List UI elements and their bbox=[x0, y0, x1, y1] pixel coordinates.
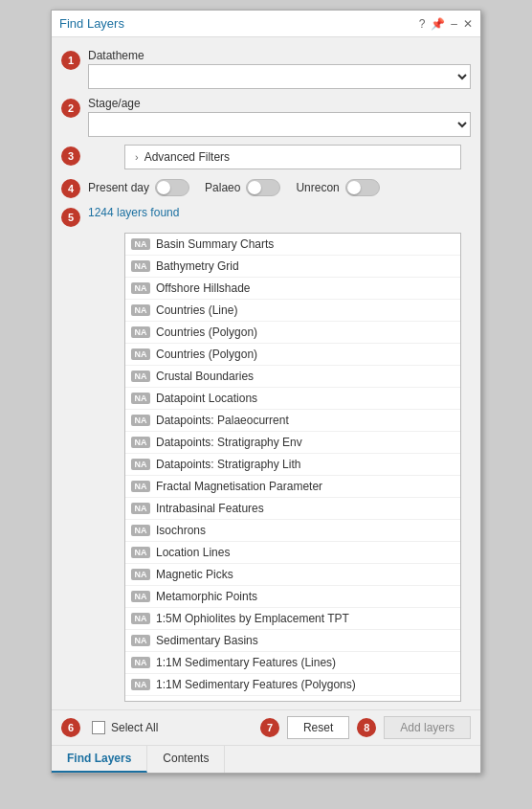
select-all-checkbox[interactable] bbox=[92, 721, 105, 734]
list-item-text: Datapoint Locations bbox=[156, 392, 257, 405]
list-item[interactable]: NAMetamorphic Points bbox=[125, 586, 460, 608]
list-item-text: 1:1M Sedimentary Features (Polygons) bbox=[156, 678, 356, 691]
na-badge: NA bbox=[131, 679, 150, 690]
datatheme-field-col: Datatheme bbox=[88, 49, 471, 89]
panel-title: Find Layers bbox=[59, 16, 124, 31]
layers-list[interactable]: NABasin Summary ChartsNABathymetry GridN… bbox=[124, 233, 461, 702]
list-item[interactable]: NACountries (Polygon) bbox=[125, 344, 460, 366]
na-badge: NA bbox=[131, 415, 150, 426]
step2-badge-col: 2 bbox=[61, 97, 80, 118]
list-item[interactable]: NA1:5M Ophiolites by Emplacement TPT bbox=[125, 608, 460, 630]
list-item[interactable]: NA1:1M Sedimentary Features (Lines) bbox=[125, 652, 460, 674]
stage-age-section: 2 Stage/age bbox=[52, 93, 480, 141]
datatheme-select[interactable] bbox=[88, 64, 471, 89]
list-item[interactable]: NAIsochrons bbox=[125, 520, 460, 542]
unrecon-toggle[interactable] bbox=[345, 179, 380, 196]
present-day-label: Present day bbox=[88, 181, 149, 194]
na-badge: NA bbox=[131, 393, 150, 404]
step5-badge-col: 5 bbox=[61, 206, 80, 227]
list-item-text: Sedimentary Basins bbox=[156, 634, 258, 647]
palaeo-label: Palaeo bbox=[205, 181, 240, 194]
na-badge: NA bbox=[131, 238, 150, 250]
list-item[interactable]: NAIntrabasinal Features bbox=[125, 498, 460, 520]
title-bar-controls: ? 📌 – ✕ bbox=[419, 17, 473, 31]
tab-bar: Find Layers Contents bbox=[52, 745, 480, 773]
help-icon[interactable]: ? bbox=[419, 17, 426, 31]
list-item[interactable]: NAOffshore Hillshade bbox=[125, 278, 460, 300]
reset-button[interactable]: Reset bbox=[287, 716, 349, 739]
bottom-bar: 6 Select All 7 Reset 8 Add layers bbox=[52, 709, 480, 745]
na-badge: NA bbox=[131, 657, 150, 668]
list-item[interactable]: NABasin Summary Charts bbox=[125, 234, 460, 256]
list-item[interactable]: NASedimentary Basins bbox=[125, 630, 460, 652]
title-bar: Find Layers ? 📌 – ✕ bbox=[52, 11, 480, 37]
list-item[interactable]: NACountries (Line) bbox=[125, 300, 460, 322]
list-item[interactable]: NADatapoints: Stratigraphy Env bbox=[125, 432, 460, 454]
na-badge: NA bbox=[131, 304, 150, 316]
layers-count: 1244 layers found bbox=[88, 206, 471, 219]
select-all-label: Select All bbox=[111, 721, 158, 734]
list-item-text: Offshore Hillshade bbox=[156, 281, 251, 295]
na-badge: NA bbox=[131, 282, 150, 294]
tab-find-layers[interactable]: Find Layers bbox=[52, 746, 147, 773]
list-item[interactable]: NAMagnetic Picks bbox=[125, 564, 460, 586]
palaeo-toggle[interactable] bbox=[246, 179, 280, 196]
step1-badge-col: 1 bbox=[61, 49, 80, 70]
na-badge: NA bbox=[131, 348, 150, 360]
na-badge: NA bbox=[131, 613, 150, 624]
list-wrapper: NABasin Summary ChartsNABathymetry GridN… bbox=[52, 233, 480, 702]
results-section: 5 1244 layers found bbox=[52, 202, 480, 231]
close-icon[interactable]: ✕ bbox=[463, 17, 473, 31]
unrecon-label: Unrecon bbox=[296, 181, 339, 194]
toggles-field-col: Present day Palaeo Unrecon bbox=[88, 177, 471, 198]
list-item[interactable]: NALocation Lines bbox=[125, 542, 460, 564]
step2-badge: 2 bbox=[61, 99, 80, 118]
find-layers-panel: Find Layers ? 📌 – ✕ 1 Datatheme 2 bbox=[51, 10, 481, 774]
tab-contents[interactable]: Contents bbox=[147, 746, 225, 773]
list-item[interactable]: NADatapoint Locations bbox=[125, 388, 460, 410]
list-item-text: Countries (Polygon) bbox=[156, 326, 257, 339]
na-badge: NA bbox=[131, 591, 150, 602]
na-badge: NA bbox=[131, 701, 150, 702]
list-item[interactable]: NABathymetry Grid bbox=[125, 256, 460, 278]
advanced-filters-bar[interactable]: › Advanced Filters bbox=[124, 145, 461, 169]
toggle-palaeo: Palaeo bbox=[205, 179, 280, 196]
stage-age-field-col: Stage/age bbox=[88, 97, 471, 137]
step4-badge: 4 bbox=[61, 179, 80, 198]
list-item[interactable]: NACrustal Boundaries bbox=[125, 366, 460, 388]
list-item-text: Crustal Boundaries bbox=[156, 370, 254, 383]
na-badge: NA bbox=[131, 459, 150, 470]
na-badge: NA bbox=[131, 326, 150, 338]
advanced-filters-chevron: › bbox=[135, 151, 139, 163]
select-all-wrapper: Select All bbox=[92, 721, 158, 734]
list-item[interactable]: NADatapoints: Palaeocurrent bbox=[125, 410, 460, 432]
list-item[interactable]: NA1:1M Structures bbox=[125, 696, 460, 702]
list-item[interactable]: NA1:1M Sedimentary Features (Polygons) bbox=[125, 674, 460, 696]
list-item-text: 1:1M Sedimentary Features (Lines) bbox=[156, 656, 336, 669]
na-badge: NA bbox=[131, 525, 150, 536]
pin-icon[interactable]: 📌 bbox=[431, 17, 445, 31]
list-item-text: Isochrons bbox=[156, 524, 206, 537]
step5-badge: 5 bbox=[61, 208, 80, 227]
list-item[interactable]: NAFractal Magnetisation Parameter bbox=[125, 476, 460, 498]
list-item[interactable]: NACountries (Polygon) bbox=[125, 322, 460, 344]
step8-badge: 8 bbox=[357, 718, 376, 737]
step7-badge: 7 bbox=[260, 718, 279, 737]
add-layers-button[interactable]: Add layers bbox=[384, 716, 471, 739]
list-item-text: Datapoints: Stratigraphy Env bbox=[156, 436, 302, 449]
toggles-section: 4 Present day Palaeo Unrecon bbox=[52, 173, 480, 202]
toggles-row: Present day Palaeo Unrecon bbox=[88, 177, 471, 198]
list-item-text: Fractal Magnetisation Parameter bbox=[156, 480, 322, 493]
advanced-filters-col: › Advanced Filters bbox=[88, 145, 471, 169]
step1-badge: 1 bbox=[61, 51, 80, 70]
list-scroll-wrapper: NABasin Summary ChartsNABathymetry GridN… bbox=[88, 233, 471, 702]
list-item-text: Countries (Line) bbox=[156, 303, 237, 317]
na-badge: NA bbox=[131, 371, 150, 382]
present-day-toggle[interactable] bbox=[155, 179, 189, 196]
toggle-unrecon: Unrecon bbox=[296, 179, 379, 196]
stage-age-select[interactable] bbox=[88, 112, 471, 137]
list-item-text: 1:1M Structures bbox=[156, 700, 237, 702]
list-item[interactable]: NADatapoints: Stratigraphy Lith bbox=[125, 454, 460, 476]
minimize-icon[interactable]: – bbox=[451, 17, 457, 31]
list-item-text: Intrabasinal Features bbox=[156, 502, 264, 515]
